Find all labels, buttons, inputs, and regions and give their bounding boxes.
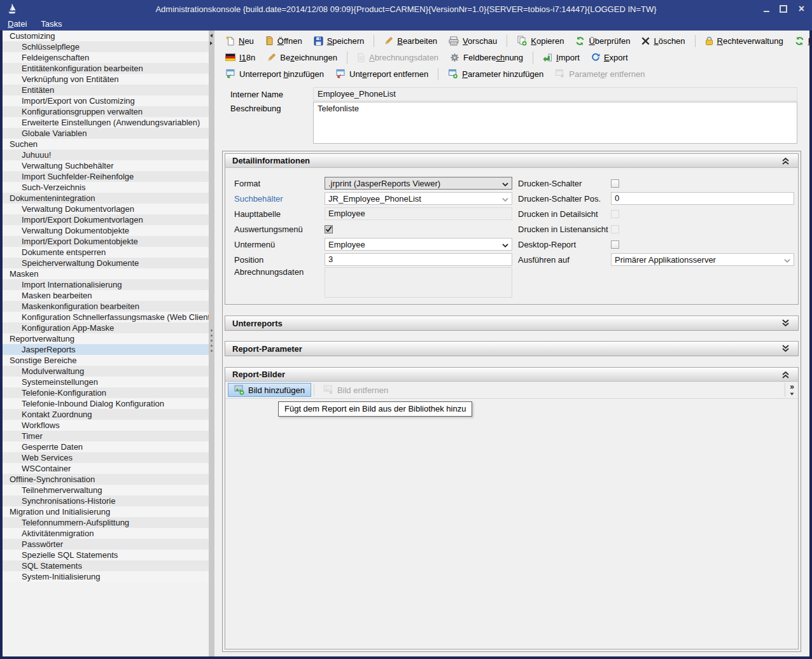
unterreport-hinzufügen-button[interactable]: Unterreport hinzufügen [220, 67, 330, 81]
sidebar-item-workflows[interactable]: Workflows [3, 420, 209, 431]
sidebar-item-jasperreports[interactable]: JasperReports [3, 344, 209, 355]
sidebar-item-entitäten[interactable]: Entitäten [3, 85, 209, 95]
sidebar-item-web-services[interactable]: Web Services [3, 452, 209, 463]
maximize-button[interactable] [780, 5, 787, 13]
toolbar-row: NeuÖffnenSpeichernBearbeitenVorschauKopi… [220, 32, 809, 49]
reparieren-button[interactable]: Reparieren [789, 34, 809, 48]
menu-datei[interactable]: Datei [8, 19, 27, 29]
sidebar-item-customizing[interactable]: Customizing [3, 31, 209, 41]
sidebar-item-offline-synchronisation[interactable]: Offline-Synchronisation [3, 474, 209, 485]
überprüfen-button[interactable]: Überprüfen [570, 34, 636, 48]
ausführen-auf-dropdown[interactable]: Primärer Applikationsserver [611, 253, 794, 266]
auswertungsmenü-checkbox[interactable] [325, 225, 333, 233]
sidebar-item-verwaltung-suchbehälter[interactable]: Verwaltung Suchbehälter [3, 160, 209, 171]
splitter[interactable] [209, 31, 214, 656]
splitter-grip[interactable] [211, 330, 213, 352]
export-button[interactable]: Export [585, 51, 634, 64]
format-dropdown[interactable]: .jrprint (JasperReports Viewer) [325, 177, 512, 190]
section-header-report-parameter[interactable]: Report-Parameter [225, 342, 798, 356]
section-header-detailinformationen[interactable]: Detailinformationen [225, 154, 798, 168]
speichern-button[interactable]: Speichern [308, 34, 370, 48]
sidebar-item-sql-statements[interactable]: SQL Statements [3, 560, 209, 571]
sidebar-item-feldeigenschaften[interactable]: Feldeigenschaften [3, 52, 209, 63]
import-button[interactable]: Import [537, 51, 585, 64]
sidebar-item-systemeinstellungen[interactable]: Systemeinstellungen [3, 377, 209, 387]
sidebar-item-dokumente-entsperren[interactable]: Dokumente entsperren [3, 247, 209, 258]
beschreibung-field[interactable]: Telefonliste [313, 102, 797, 144]
neu-button[interactable]: Neu [220, 34, 260, 48]
sidebar-item-wscontainer[interactable]: WSContainer [3, 463, 209, 474]
minimize-button[interactable] [764, 6, 769, 12]
desktop-report-checkbox[interactable] [611, 240, 619, 249]
section-header-report-bilder[interactable]: Report-Bilder [225, 368, 798, 382]
sidebar-item-erweiterte-einstellungen-anwendungsvariablen[interactable]: Erweiterte Einstellungen (Anwendungsvari… [3, 117, 209, 128]
sidebar-item-import-export-dokumentobjekte[interactable]: Import/Export Dokumentobjekte [3, 236, 209, 247]
bearbeiten-button[interactable]: Bearbeiten [378, 34, 443, 48]
unterreport-entfernen-button[interactable]: Unterreport entfernen [330, 67, 434, 81]
sidebar-item-entitätenkonfiguration-bearbeiten[interactable]: Entitätenkonfiguration bearbeiten [3, 63, 209, 74]
sidebar-item-telefonnummern-aufsplittung[interactable]: Telefonnummern-Aufsplittung [3, 517, 209, 528]
vorschau-button[interactable]: Vorschau [443, 34, 503, 48]
drucken-schalter-checkbox[interactable] [611, 179, 619, 188]
bezeichnungen-button[interactable]: Bezeichnungen [261, 51, 343, 64]
sidebar-item-system-initialisierung[interactable]: System-Initialisierung [3, 571, 209, 582]
untermenü-dropdown[interactable]: Employee [325, 238, 512, 251]
sidebar-item-verwaltung-dokumentobjekte[interactable]: Verwaltung Dokumentobjekte [3, 225, 209, 236]
chevron-double-down-icon[interactable] [781, 345, 791, 352]
löschen-button[interactable]: Löschen [636, 34, 690, 48]
sidebar-item-modulverwaltung[interactable]: Modulverwaltung [3, 366, 209, 377]
sidebar-item-juhuuu[interactable]: Juhuuu! [3, 149, 209, 160]
sidebar-item-passwörter[interactable]: Passwörter [3, 539, 209, 550]
sidebar-item-import-internationalisierung[interactable]: Import Internationalisierung [3, 279, 209, 290]
window-content: CustomizingSchlüsselpflegeFeldeigenschaf… [0, 31, 812, 659]
toolbar-overflow-button[interactable]: » [785, 383, 797, 397]
sidebar-item-speicherverwaltung-dokumente[interactable]: Speicherverwaltung Dokumente [3, 258, 209, 268]
sidebar-item-reportverwaltung[interactable]: Reportverwaltung [3, 333, 209, 344]
sidebar-item-telefonie-inbound-dialog-konfiguration[interactable]: Telefonie-Inbound Dialog Konfiguration [3, 398, 209, 409]
sidebar-item-konfigurationsgruppen-verwalten[interactable]: Konfigurationsgruppen verwalten [3, 106, 209, 117]
drucken-schalter-pos-input[interactable]: 0 [611, 192, 794, 205]
suchbehälter-dropdown[interactable]: JR_Employee_PhoneList [325, 192, 512, 205]
rechteverwaltung-button[interactable]: Rechteverwaltung [699, 34, 789, 48]
splitter-collapse-arrows[interactable] [209, 33, 213, 46]
suchbehälter-label[interactable]: Suchbehälter [234, 194, 325, 204]
feldberechnung-button[interactable]: Feldberechnung [444, 51, 529, 64]
sidebar-item-verknüpfung-von-entitäten[interactable]: Verknüpfung von Entitäten [3, 74, 209, 85]
sidebar-item-synchronisations-historie[interactable]: Synchronisations-Historie [3, 496, 209, 506]
sidebar-item-aktivitätenmigration[interactable]: Aktivitätenmigration [3, 528, 209, 539]
sidebar-item-konfiguration-schnellerfassungsmaske-web-client[interactable]: Konfiguration Schnellerfassungsmaske (We… [3, 312, 209, 323]
öffnen-button[interactable]: Öffnen [260, 34, 308, 48]
bild-hinzufügen-button[interactable]: Bild hinzufügen [228, 383, 311, 397]
close-button[interactable]: × [797, 5, 806, 13]
sidebar-item-masken[interactable]: Masken [3, 268, 209, 279]
sidebar-item-spezielle-sql-statements[interactable]: Spezielle SQL Statements [3, 550, 209, 560]
i18n-button[interactable]: I18n [220, 51, 261, 64]
section-header-unterreports[interactable]: Unterreports [225, 316, 798, 330]
chevron-double-up-icon[interactable] [781, 371, 791, 378]
menu-tasks[interactable]: Tasks [41, 19, 62, 29]
sidebar-item-gesperrte-daten[interactable]: Gesperrte Daten [3, 441, 209, 452]
sidebar-item-verwaltung-dokumentvorlagen[interactable]: Verwaltung Dokumentvorlagen [3, 204, 209, 214]
sidebar-item-migration-und-initialisierung[interactable]: Migration und Initialisierung [3, 506, 209, 517]
sidebar-item-kontakt-zuordnung[interactable]: Kontakt Zuordnung [3, 409, 209, 420]
sidebar-item-import-export-von-customizing[interactable]: Import/Export von Customizing [3, 95, 209, 106]
sidebar-item-schlüsselpflege[interactable]: Schlüsselpflege [3, 41, 209, 52]
kopieren-button[interactable]: Kopieren [511, 34, 570, 48]
position-input[interactable]: 3 [325, 253, 512, 266]
sidebar-item-sonstige-bereiche[interactable]: Sonstige Bereiche [3, 355, 209, 366]
sidebar-item-konfiguration-app-maske[interactable]: Konfiguration App-Maske [3, 323, 209, 333]
sidebar-item-teilnehmerverwaltung[interactable]: Teilnehmerverwaltung [3, 485, 209, 496]
sidebar-item-masken-bearbeiten[interactable]: Masken bearbeiten [3, 290, 209, 301]
chevron-double-down-icon[interactable] [781, 319, 791, 327]
sidebar-item-globale-variablen[interactable]: Globale Variablen [3, 128, 209, 139]
sidebar-item-such-verzeichnis[interactable]: Such-Verzeichnis [3, 182, 209, 193]
sidebar-item-suchen[interactable]: Suchen [3, 139, 209, 149]
sidebar-item-import-suchfelder-reihenfolge[interactable]: Import Suchfelder-Reihenfolge [3, 171, 209, 182]
sidebar-item-dokumentenintegration[interactable]: Dokumentenintegration [3, 193, 209, 204]
parameter-hinzufügen-button[interactable]: Parameter hinzufügen [442, 67, 549, 81]
sidebar-item-maskenkonfiguration-bearbeiten[interactable]: Maskenkonfiguration bearbeiten [3, 301, 209, 312]
sidebar-item-import-export-dokumentvorlagen[interactable]: Import/Export Dokumentvorlagen [3, 214, 209, 225]
sidebar-item-telefonie-konfiguration[interactable]: Telefonie-Konfiguration [3, 387, 209, 398]
sidebar-item-timer[interactable]: Timer [3, 431, 209, 441]
chevron-double-up-icon[interactable] [781, 157, 791, 165]
